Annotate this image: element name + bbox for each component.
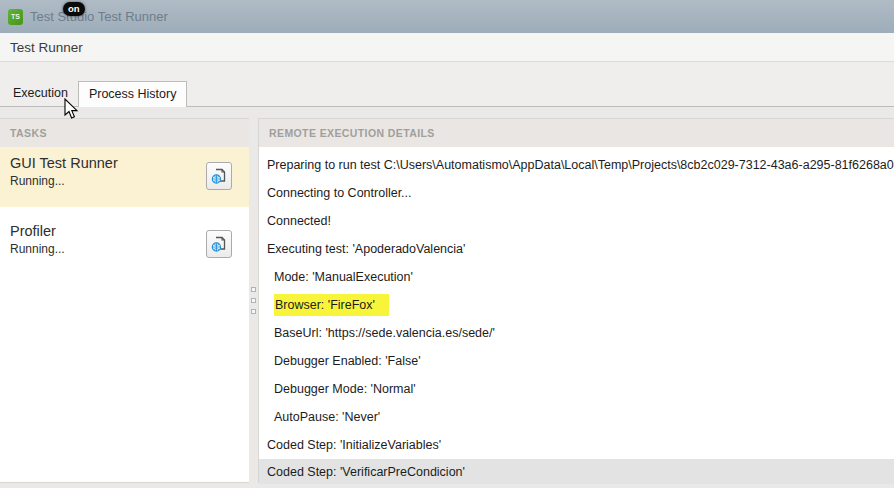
log-line[interactable]: Coded Step: 'InitializeVariables' bbox=[259, 431, 894, 459]
open-in-browser-button[interactable] bbox=[206, 230, 232, 258]
log-line-highlighted[interactable]: Browser: 'FireFox' bbox=[259, 291, 894, 319]
execution-log: Preparing to run test C:\Users\Automatis… bbox=[259, 147, 894, 484]
log-line[interactable]: Preparing to run test C:\Users\Automatis… bbox=[259, 151, 894, 179]
remote-execution-details-panel: REMOTE EXECUTION DETAILS Preparing to ru… bbox=[258, 118, 894, 483]
task-item-profiler[interactable]: Profiler Running... bbox=[0, 215, 249, 275]
highlighted-text: Browser: 'FireFox' bbox=[274, 294, 389, 316]
panel-splitter-handle[interactable] bbox=[249, 118, 258, 483]
tasks-panel-header: TASKS bbox=[0, 119, 249, 147]
tasks-panel: TASKS GUI Test Runner Running... Profile… bbox=[0, 118, 249, 483]
heading-band: Test Runner bbox=[0, 33, 894, 62]
log-line[interactable]: Connected! bbox=[259, 207, 894, 235]
log-line[interactable]: AutoPause: 'Never' bbox=[259, 403, 894, 431]
page-title: Test Runner bbox=[10, 40, 83, 55]
log-line[interactable]: Debugger Mode: 'Normal' bbox=[259, 375, 894, 403]
open-in-browser-button[interactable] bbox=[206, 162, 232, 190]
app-icon: TS bbox=[8, 9, 23, 25]
log-line[interactable]: Debugger Enabled: 'False' bbox=[259, 347, 894, 375]
grip-dots-icon bbox=[251, 287, 256, 292]
recording-badge: on bbox=[63, 2, 85, 16]
grip-dots-icon bbox=[251, 298, 256, 303]
log-line[interactable]: Mode: 'ManualExecution' bbox=[259, 263, 894, 291]
web-page-globe-icon bbox=[211, 168, 228, 185]
mouse-cursor-icon bbox=[64, 98, 80, 120]
tab-strip: Execution Process History bbox=[0, 62, 894, 107]
log-line[interactable]: Executing test: 'ApoderadoValencia' bbox=[259, 235, 894, 263]
tab-process-history[interactable]: Process History bbox=[78, 81, 188, 107]
grip-dots-icon bbox=[251, 309, 256, 314]
titlebar: TS Test Studio Test Runner on bbox=[0, 0, 894, 33]
details-panel-header: REMOTE EXECUTION DETAILS bbox=[259, 119, 894, 147]
window-title: Test Studio Test Runner bbox=[30, 9, 168, 24]
log-line[interactable]: Connecting to Controller... bbox=[259, 179, 894, 207]
task-item-gui-test-runner[interactable]: GUI Test Runner Running... bbox=[0, 147, 249, 207]
log-line[interactable]: BaseUrl: 'https://sede.valencia.es/sede/… bbox=[259, 319, 894, 347]
web-page-globe-icon bbox=[211, 236, 228, 253]
log-line-selected[interactable]: Coded Step: 'VerificarPreCondicion' bbox=[259, 459, 894, 484]
content-area: TASKS GUI Test Runner Running... Profile… bbox=[0, 107, 894, 488]
